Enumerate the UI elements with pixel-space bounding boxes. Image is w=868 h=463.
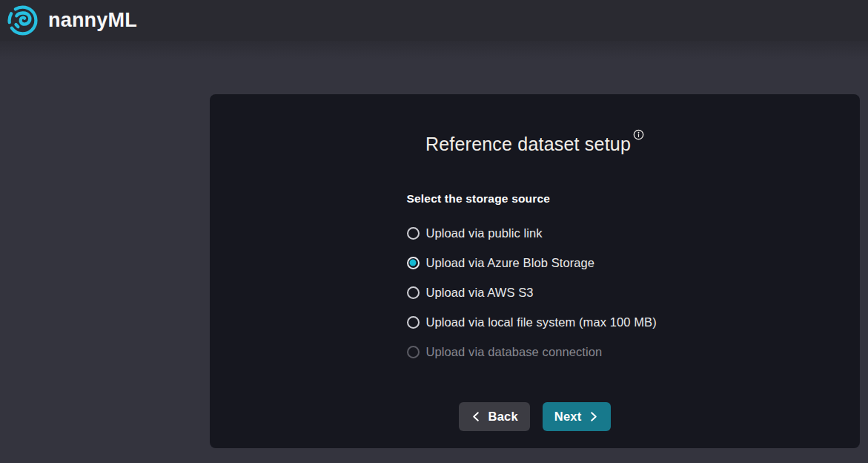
back-button[interactable]: Back <box>459 402 530 431</box>
wordmark-ml: ML <box>108 9 137 31</box>
radio-upload-public-link[interactable] <box>407 227 420 240</box>
info-icon[interactable] <box>633 129 644 140</box>
page-title: Reference dataset setup <box>425 134 631 154</box>
option-label: Upload via Azure Blob Storage <box>426 256 595 270</box>
option-upload-local-file-system[interactable]: Upload via local file system (max 100 MB… <box>407 307 663 337</box>
reference-dataset-setup-card: Reference dataset setup Select the stora… <box>210 94 860 448</box>
nannyml-wordmark: nannyML <box>48 10 137 30</box>
next-button-label: Next <box>554 410 582 424</box>
chevron-right-icon <box>588 411 599 422</box>
wizard-nav-buttons: Back Next <box>210 402 860 431</box>
option-label: Upload via database connection <box>426 345 603 359</box>
next-button[interactable]: Next <box>543 402 612 431</box>
radio-upload-local-file-system[interactable] <box>407 316 420 329</box>
top-bar: nannyML <box>0 0 868 41</box>
option-label: Upload via AWS S3 <box>426 286 534 300</box>
storage-source-radio-group: Upload via public link Upload via Azure … <box>407 218 663 367</box>
storage-source-form: Select the storage source Upload via pub… <box>407 191 663 367</box>
nannyml-logo-icon <box>7 4 39 36</box>
wordmark-nanny: nanny <box>48 9 108 31</box>
option-upload-database-connection: Upload via database connection <box>407 337 663 367</box>
option-upload-azure-blob-storage[interactable]: Upload via Azure Blob Storage <box>407 248 663 278</box>
back-button-label: Back <box>488 410 518 424</box>
chevron-left-icon <box>471 411 482 422</box>
radio-upload-database-connection <box>407 346 420 358</box>
page-background: Reference dataset setup Select the stora… <box>0 41 868 463</box>
option-label: Upload via local file system (max 100 MB… <box>426 315 657 329</box>
section-label: Select the storage source <box>407 191 663 207</box>
radio-upload-azure-blob-storage[interactable] <box>407 257 420 269</box>
card-title-row: Reference dataset setup <box>210 129 860 155</box>
option-label: Upload via public link <box>426 226 543 240</box>
option-upload-aws-s3[interactable]: Upload via AWS S3 <box>407 278 663 307</box>
option-upload-public-link[interactable]: Upload via public link <box>407 218 663 248</box>
radio-upload-aws-s3[interactable] <box>407 286 420 299</box>
